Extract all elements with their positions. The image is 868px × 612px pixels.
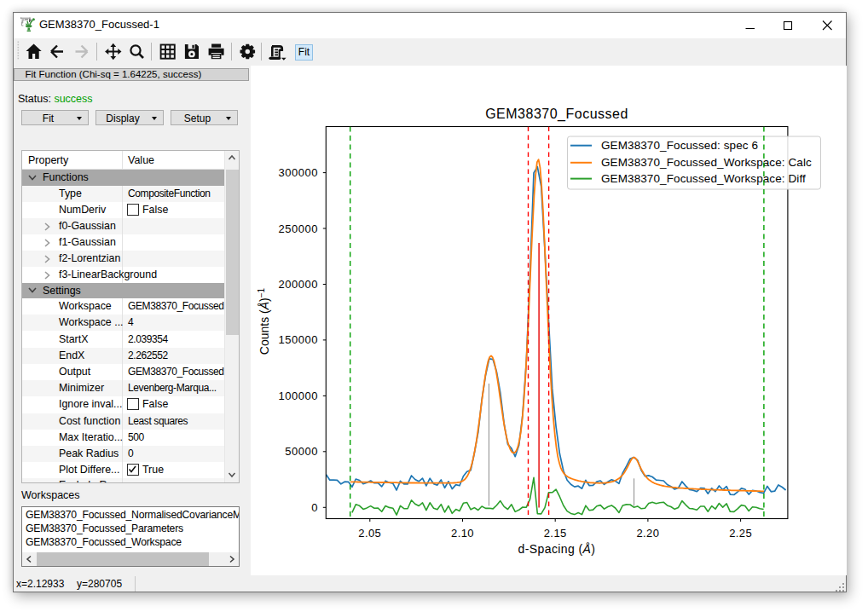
- svg-text:300000: 300000: [278, 166, 317, 179]
- svg-text:GEM38370_Focussed: spec 6: GEM38370_Focussed: spec 6: [601, 139, 758, 152]
- svg-text:200000: 200000: [278, 278, 317, 291]
- svg-text:2.10: 2.10: [451, 527, 474, 540]
- svg-text:GEM38370_Focussed_Workspace: D: GEM38370_Focussed_Workspace: Diff: [601, 172, 806, 185]
- svg-text:2.05: 2.05: [358, 527, 381, 540]
- svg-text:150000: 150000: [278, 333, 317, 346]
- svg-text:d-Spacing (Å): d-Spacing (Å): [518, 542, 595, 556]
- svg-text:2.15: 2.15: [543, 527, 566, 540]
- svg-text:250000: 250000: [278, 222, 317, 235]
- svg-text:100000: 100000: [278, 390, 317, 402]
- svg-text:0: 0: [311, 501, 318, 514]
- svg-text:2.20: 2.20: [636, 527, 659, 540]
- svg-text:2.25: 2.25: [729, 527, 752, 540]
- svg-text:GEM38370_Focussed: GEM38370_Focussed: [485, 107, 628, 122]
- svg-text:GEM38370_Focussed_Workspace: C: GEM38370_Focussed_Workspace: Calc: [601, 156, 812, 169]
- svg-text:50000: 50000: [285, 445, 318, 458]
- svg-text:Counts (Å)−1: Counts (Å)−1: [256, 287, 270, 355]
